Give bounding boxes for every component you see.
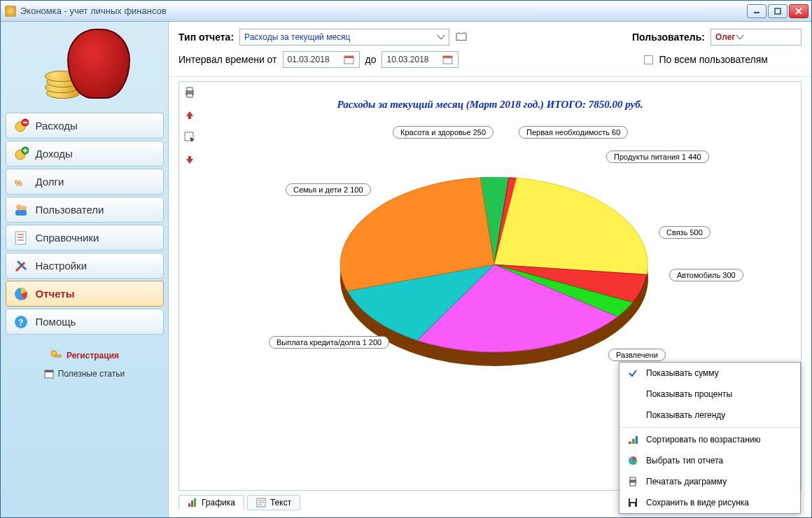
svg-rect-27: [45, 370, 53, 372]
text-icon: [256, 498, 266, 507]
menu-show-sum[interactable]: Показывать сумму: [620, 363, 800, 384]
svg-text:%: %: [15, 178, 22, 188]
svg-rect-10: [24, 148, 26, 153]
save-icon: [626, 498, 639, 507]
chevron-down-icon: [436, 32, 446, 42]
sidebar-item-expenses[interactable]: Расходы: [6, 113, 164, 139]
calendar-icon: [344, 54, 355, 65]
report-type-label: Тип отчета:: [178, 31, 234, 43]
report-toolbar: Тип отчета: Расходы за текущий месяц Пол…: [169, 22, 811, 77]
check-icon: [626, 368, 639, 378]
titlebar: Экономка - учет личных финансов: [1, 1, 811, 22]
print-icon: [626, 477, 639, 486]
chart-title: Расходы за текущий месяц (Март 2018 год.…: [179, 99, 801, 111]
sidebar-item-income[interactable]: Доходы: [6, 141, 164, 167]
all-users-checkbox[interactable]: [644, 55, 653, 64]
tab-graphics[interactable]: Графика: [178, 495, 244, 510]
context-menu: Показывать сумму Показывать проценты Пок…: [619, 362, 801, 514]
svg-rect-29: [344, 56, 354, 58]
user-label: Пользователь:: [632, 31, 705, 43]
maximize-button[interactable]: [768, 4, 788, 18]
sidebar-item-debts[interactable]: %Долги: [6, 169, 164, 195]
svg-rect-39: [636, 436, 638, 444]
menu-show-legend[interactable]: Показывать легенду: [620, 405, 800, 426]
sidebar-item-settings[interactable]: Настройки: [6, 253, 164, 279]
slice-label: Первая необходимость 60: [519, 126, 628, 139]
slice-label: Развлечени: [608, 349, 666, 361]
slice-label: Красота и здоровье 250: [393, 126, 493, 139]
coins-minus-icon: [13, 118, 29, 134]
nav-label: Расходы: [36, 120, 78, 132]
main-area: Тип отчета: Расходы за текущий месяц Пол…: [169, 22, 811, 517]
sidebar-extras: Регистрация Полезные статьи: [44, 349, 125, 386]
svg-rect-45: [630, 498, 636, 502]
sidebar-item-users[interactable]: Пользователи: [6, 197, 164, 223]
svg-rect-1: [775, 8, 780, 14]
svg-point-12: [16, 204, 22, 210]
nav-label: Справочники: [36, 232, 99, 244]
svg-rect-34: [187, 94, 192, 97]
menu-show-percent[interactable]: Показывать проценты: [620, 384, 800, 405]
svg-rect-38: [632, 439, 635, 444]
print-icon[interactable]: [183, 86, 196, 99]
report-type-select[interactable]: Расходы за текущий месяц: [239, 29, 449, 46]
calendar-icon: [442, 54, 454, 65]
calendar-icon: [44, 369, 54, 379]
sidebar: Расходы Доходы %Долги Пользователи Справ…: [1, 22, 169, 517]
nav: Расходы Доходы %Долги Пользователи Справ…: [6, 113, 164, 337]
svg-text:?: ?: [18, 318, 23, 328]
menu-print[interactable]: Печатать диаграмму: [620, 471, 800, 492]
menu-save-image[interactable]: Сохранить в виде рисунка: [620, 492, 800, 513]
minimize-button[interactable]: [747, 4, 766, 18]
sidebar-item-reports[interactable]: Отчеты: [6, 281, 164, 307]
close-button[interactable]: [789, 4, 808, 18]
window-title: Экономка - учет личных финансов: [20, 6, 747, 16]
sidebar-item-directories[interactable]: Справочники: [6, 225, 164, 251]
tab-text[interactable]: Текст: [247, 495, 300, 510]
slice-label: Выплата кредита/долга 1 200: [269, 336, 389, 349]
tools-icon: [13, 258, 29, 274]
svg-rect-37: [629, 442, 631, 444]
chevron-down-icon: [735, 32, 745, 42]
report-panel: Расходы за текущий месяц (Март 2018 год.…: [178, 81, 802, 491]
nav-label: Настройки: [36, 260, 88, 272]
nav-label: Доходы: [36, 148, 73, 160]
nav-label: Помощь: [36, 316, 76, 328]
percent-icon: %: [13, 174, 29, 190]
svg-rect-43: [630, 482, 636, 486]
menu-select-type[interactable]: Выбрать тип отчета: [620, 450, 800, 471]
menu-sort-asc[interactable]: Сортировать по возрастанию: [620, 429, 800, 450]
register-link[interactable]: Регистрация: [44, 349, 125, 362]
key-icon: [50, 349, 62, 362]
svg-rect-42: [630, 477, 636, 480]
nav-label: Долги: [36, 176, 64, 188]
piechart-icon: [626, 456, 639, 465]
date-to-input[interactable]: 10.03.2018: [382, 51, 458, 68]
interval-to-label: до: [365, 54, 377, 65]
help-icon: ?: [13, 314, 29, 330]
svg-rect-48: [191, 500, 193, 507]
window-buttons: [747, 4, 808, 18]
svg-rect-25: [55, 355, 61, 357]
chart-icon: [188, 498, 197, 507]
sidebar-item-help[interactable]: ?Помощь: [6, 309, 164, 335]
slice-label: Автомобиль 300: [669, 269, 743, 281]
user-select[interactable]: Олег: [710, 29, 802, 46]
svg-rect-14: [15, 210, 27, 216]
articles-link[interactable]: Полезные статьи: [44, 369, 125, 379]
app-icon: [5, 6, 16, 17]
svg-rect-6: [23, 122, 27, 123]
sort-icon: [626, 435, 639, 444]
notebook-icon: [13, 230, 29, 246]
app-window: Экономка - учет личных финансов Расходы …: [0, 0, 812, 518]
svg-rect-47: [188, 503, 190, 507]
coins-plus-icon: [13, 146, 29, 162]
all-users-label: По всем пользователям: [659, 54, 768, 65]
book-icon[interactable]: [455, 31, 468, 43]
piechart-icon: [13, 286, 29, 302]
date-from-input[interactable]: 01.03.2018: [283, 51, 360, 68]
svg-rect-31: [443, 56, 452, 58]
nav-label: Отчеты: [36, 288, 75, 300]
slice-label: Связь 500: [659, 226, 710, 239]
svg-rect-49: [194, 498, 196, 507]
